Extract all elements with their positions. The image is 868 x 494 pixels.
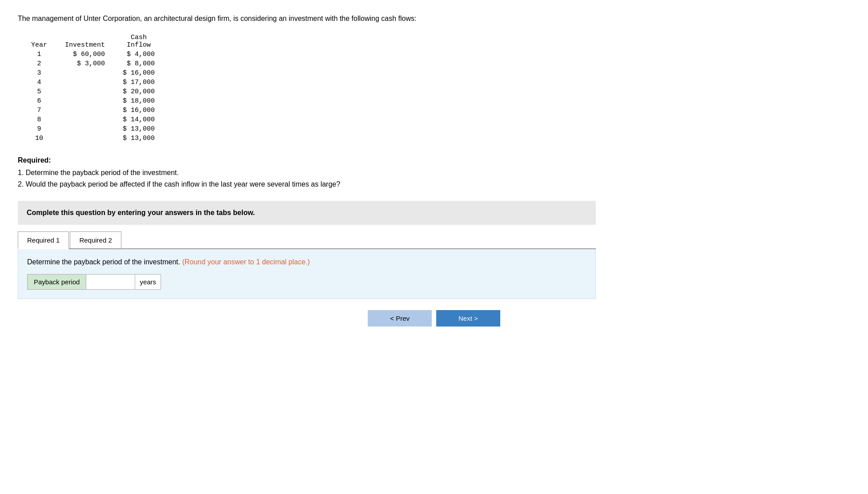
table-row: 7$ 16,000: [22, 106, 164, 115]
instruction-text: Complete this question by entering your …: [27, 209, 255, 216]
tab-instruction: Determine the payback period of the inve…: [27, 258, 587, 266]
cell-investment: $ 3,000: [56, 59, 114, 68]
cell-investment: [56, 68, 114, 78]
cell-investment: [56, 124, 114, 134]
tab-instruction-highlight: (Round your answer to 1 decimal place.): [182, 258, 310, 266]
payback-input[interactable]: [86, 274, 135, 290]
cell-investment: [56, 134, 114, 143]
cell-inflow: $ 20,000: [114, 87, 164, 96]
tab-required2[interactable]: Required 2: [70, 231, 121, 248]
payback-row: Payback period years: [27, 274, 587, 290]
tab-content-required1: Determine the payback period of the inve…: [18, 249, 596, 299]
cell-inflow: $ 17,000: [114, 78, 164, 87]
table-row: 10$ 13,000: [22, 134, 164, 143]
required-title: Required:: [18, 156, 850, 164]
bottom-buttons: < Prev Next >: [18, 310, 850, 327]
payback-unit: years: [135, 274, 161, 290]
table-row: 4$ 17,000: [22, 78, 164, 87]
cell-year: 3: [22, 68, 56, 78]
cell-investment: [56, 78, 114, 87]
payback-label: Payback period: [27, 274, 86, 290]
cell-year: 4: [22, 78, 56, 87]
required-item1: 1. Determine the payback period of the i…: [18, 167, 850, 179]
required-section: Required: 1. Determine the payback perio…: [18, 156, 850, 190]
prev-button[interactable]: < Prev: [368, 310, 432, 327]
col-investment-header: Investment: [56, 33, 114, 50]
table-row: 5$ 20,000: [22, 87, 164, 96]
cell-inflow: $ 13,000: [114, 124, 164, 134]
cash-flow-table: Year Investment Cash Inflow 1$ 60,000$ 4…: [22, 33, 164, 143]
table-row: 1$ 60,000$ 4,000: [22, 50, 164, 59]
cell-investment: [56, 106, 114, 115]
table-row: 8$ 14,000: [22, 115, 164, 124]
cell-investment: [56, 96, 114, 106]
cell-year: 7: [22, 106, 56, 115]
cell-year: 10: [22, 134, 56, 143]
cell-inflow: $ 13,000: [114, 134, 164, 143]
cell-inflow: $ 8,000: [114, 59, 164, 68]
cell-year: 5: [22, 87, 56, 96]
required-item2: 2. Would the payback period be affected …: [18, 179, 850, 190]
table-row: 2$ 3,000$ 8,000: [22, 59, 164, 68]
instruction-box: Complete this question by entering your …: [18, 201, 596, 225]
table-row: 3$ 16,000: [22, 68, 164, 78]
tabs-container: Required 1 Required 2 Determine the payb…: [18, 231, 596, 299]
cell-inflow: $ 18,000: [114, 96, 164, 106]
tab-required1[interactable]: Required 1: [18, 231, 69, 249]
intro-text: The management of Unter Corporation, an …: [18, 13, 850, 24]
cell-year: 6: [22, 96, 56, 106]
table-row: 9$ 13,000: [22, 124, 164, 134]
cell-year: 1: [22, 50, 56, 59]
cell-investment: [56, 87, 114, 96]
col-inflow-header: Cash Inflow: [114, 33, 164, 50]
tab-instruction-main: Determine the payback period of the inve…: [27, 258, 180, 266]
cell-inflow: $ 16,000: [114, 106, 164, 115]
cell-investment: [56, 115, 114, 124]
col-year-header: Year: [22, 33, 56, 50]
cell-investment: $ 60,000: [56, 50, 114, 59]
cell-inflow: $ 14,000: [114, 115, 164, 124]
cell-year: 9: [22, 124, 56, 134]
next-button[interactable]: Next >: [436, 310, 500, 327]
table-row: 6$ 18,000: [22, 96, 164, 106]
cell-year: 8: [22, 115, 56, 124]
cell-inflow: $ 16,000: [114, 68, 164, 78]
cell-inflow: $ 4,000: [114, 50, 164, 59]
cell-year: 2: [22, 59, 56, 68]
tabs-header: Required 1 Required 2: [18, 231, 596, 249]
